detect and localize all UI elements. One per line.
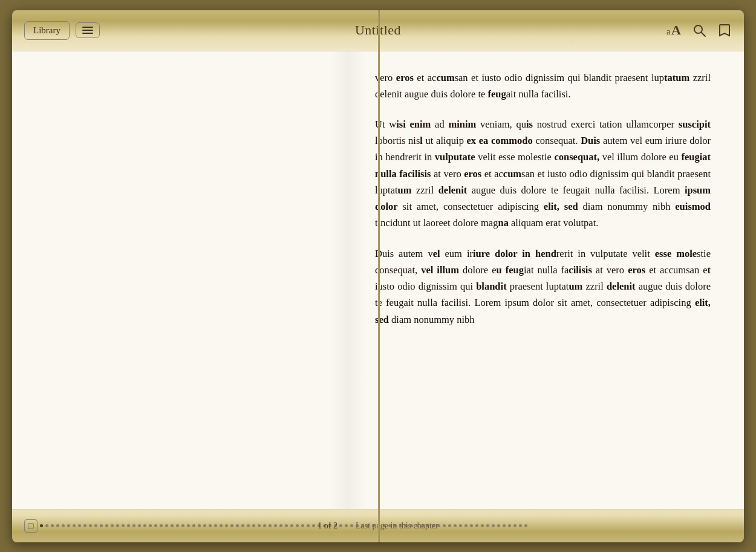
dot-89[interactable]: [519, 524, 522, 527]
dot-49[interactable]: [301, 524, 304, 527]
dot-24[interactable]: [165, 524, 168, 527]
dot-20[interactable]: [143, 524, 146, 527]
dot-76[interactable]: [448, 524, 451, 527]
dot-2[interactable]: [45, 524, 48, 527]
toolbar-center: Untitled: [355, 22, 401, 38]
dot-33[interactable]: [214, 524, 217, 527]
font-size-control[interactable]: a A: [666, 22, 681, 38]
toc-button[interactable]: [76, 22, 100, 38]
dot-31[interactable]: [203, 524, 206, 527]
paragraph-1: vero eros et accumsan et iusto odio dign…: [375, 70, 711, 102]
dot-14[interactable]: [111, 524, 114, 527]
paragraph-2: Ut wisi enim ad minim veniam, quis nostr…: [375, 116, 711, 232]
dot-12[interactable]: [100, 524, 103, 527]
dot-30[interactable]: [198, 524, 201, 527]
bookmark-button[interactable]: [717, 23, 732, 37]
dot-1[interactable]: [40, 524, 43, 527]
page-info: 1 of 2 Last page in this chapter: [318, 521, 438, 531]
dot-50[interactable]: [307, 524, 310, 527]
toolbar: Library Untitled a A: [12, 10, 744, 51]
page-number: 1 of 2: [318, 521, 337, 531]
svg-line-1: [702, 33, 706, 37]
dot-87[interactable]: [508, 524, 511, 527]
progress-thumb-inner: [28, 523, 34, 529]
font-size-large-label: A: [671, 22, 681, 38]
dot-85[interactable]: [497, 524, 500, 527]
dot-77[interactable]: [454, 524, 457, 527]
dot-83[interactable]: [486, 524, 489, 527]
page-left: [12, 51, 348, 509]
dot-25[interactable]: [171, 524, 174, 527]
dot-15[interactable]: [116, 524, 119, 527]
dot-22[interactable]: [154, 524, 157, 527]
dot-36[interactable]: [230, 524, 233, 527]
dot-79[interactable]: [464, 524, 468, 527]
toc-icon: [82, 27, 93, 34]
dot-42[interactable]: [263, 524, 266, 527]
dot-90[interactable]: [524, 524, 527, 527]
pages-area: vero eros et accumsan et iusto odio dign…: [12, 51, 744, 509]
dot-6[interactable]: [67, 524, 70, 527]
dot-82[interactable]: [481, 524, 484, 527]
dot-84[interactable]: [492, 524, 495, 527]
dot-32[interactable]: [209, 524, 212, 527]
last-page-label: Last page in this chapter: [356, 521, 438, 531]
page-right: vero eros et accumsan et iusto odio dign…: [348, 51, 744, 509]
dot-5[interactable]: [62, 524, 65, 527]
dot-86[interactable]: [503, 524, 506, 527]
dot-3[interactable]: [51, 524, 54, 527]
dot-19[interactable]: [138, 524, 141, 527]
dot-40[interactable]: [252, 524, 255, 527]
dot-17[interactable]: [127, 524, 130, 527]
book-title: Untitled: [355, 22, 401, 37]
dot-38[interactable]: [241, 524, 244, 527]
dot-26[interactable]: [176, 524, 179, 527]
dot-75[interactable]: [443, 524, 446, 527]
dot-8[interactable]: [78, 524, 81, 527]
progress-dots: [24, 519, 732, 533]
dot-88[interactable]: [513, 524, 516, 527]
search-button[interactable]: [692, 23, 706, 37]
book-reader: Library Untitled a A: [12, 10, 744, 542]
dot-41[interactable]: [258, 524, 261, 527]
dot-47[interactable]: [290, 524, 293, 527]
dot-78[interactable]: [459, 524, 462, 527]
dot-81[interactable]: [475, 524, 478, 527]
progress-thumb[interactable]: [24, 519, 37, 533]
dot-29[interactable]: [192, 524, 195, 527]
dot-18[interactable]: [132, 524, 135, 527]
dot-39[interactable]: [247, 524, 250, 527]
dot-16[interactable]: [122, 524, 125, 527]
dot-37[interactable]: [236, 524, 239, 527]
paragraph-3: Duis autem vel eum iriure dolor in hendr…: [375, 245, 711, 328]
dot-46[interactable]: [285, 524, 288, 527]
dot-21[interactable]: [149, 524, 152, 527]
dot-44[interactable]: [274, 524, 277, 527]
dot-4[interactable]: [56, 524, 59, 527]
page-content: vero eros et accumsan et iusto odio dign…: [375, 70, 711, 328]
font-size-small-label: a: [666, 27, 670, 37]
dot-7[interactable]: [73, 524, 76, 527]
dot-45[interactable]: [279, 524, 282, 527]
dot-23[interactable]: [160, 524, 163, 527]
dot-11[interactable]: [94, 524, 97, 527]
toolbar-right: a A: [378, 22, 732, 38]
dot-43[interactable]: [269, 524, 272, 527]
toolbar-left: Library: [24, 21, 378, 40]
library-button[interactable]: Library: [24, 21, 70, 40]
dot-27[interactable]: [181, 524, 184, 527]
dot-10[interactable]: [89, 524, 92, 527]
dot-28[interactable]: [187, 524, 190, 527]
dot-9[interactable]: [83, 524, 86, 527]
dot-51[interactable]: [312, 524, 315, 527]
dot-48[interactable]: [296, 524, 299, 527]
dot-13[interactable]: [105, 524, 108, 527]
dot-35[interactable]: [225, 524, 228, 527]
dot-34[interactable]: [220, 524, 223, 527]
dot-80[interactable]: [470, 524, 473, 527]
bottom-bar: 1 of 2 Last page in this chapter: [12, 509, 744, 542]
